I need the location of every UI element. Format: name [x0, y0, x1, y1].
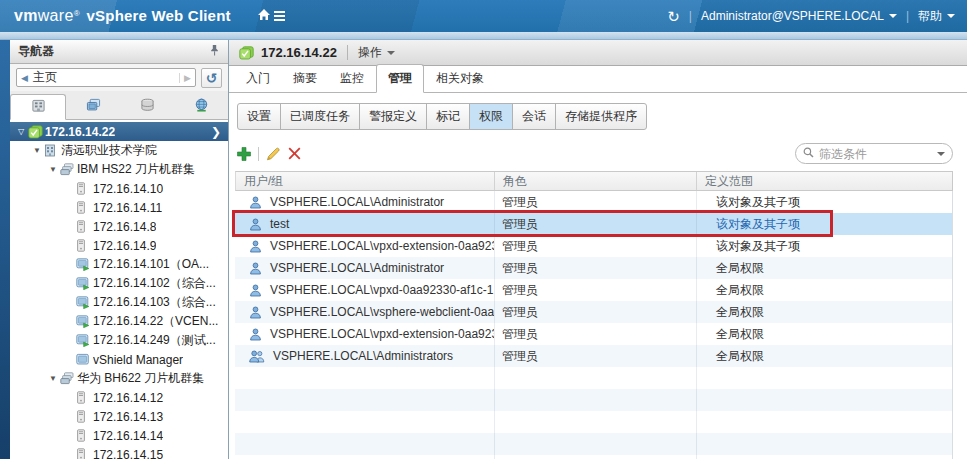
subtab-设置[interactable]: 设置: [237, 103, 281, 130]
host-icon: [76, 220, 93, 233]
column-header[interactable]: 定义范围: [697, 172, 952, 190]
navigator-tab-hosts-clusters[interactable]: [10, 94, 66, 120]
table-row[interactable]: VSPHERE.LOCAL\vpxd-extension-0aa923...管理…: [235, 235, 952, 257]
help-menu[interactable]: 帮助: [918, 8, 955, 25]
navigator-tabs: [10, 91, 228, 120]
pin-icon[interactable]: [209, 44, 220, 59]
header-divider: [0, 32, 967, 40]
vm-running-icon: [76, 334, 93, 347]
scope-value: 全局权限: [696, 326, 952, 343]
table-row[interactable]: VSPHERE.LOCAL\vpxd-0aa92330-af1c-1...管理员…: [235, 279, 952, 301]
tree-item[interactable]: ▼IBM HS22 刀片机群集: [10, 160, 228, 179]
main-content: 172.16.14.22 操作 入门摘要监控管理相关对象 设置已调度任务警报定义…: [229, 40, 967, 459]
filter-searchbox[interactable]: [795, 143, 953, 164]
cluster-icon: [60, 163, 77, 176]
cluster-icon: [60, 372, 77, 385]
tree-item[interactable]: 172.16.14.9: [10, 236, 228, 255]
navigator-tab-vms-templates[interactable]: [66, 94, 120, 119]
expander-icon[interactable]: ▼: [46, 165, 60, 174]
home-icon[interactable]: [257, 8, 271, 24]
tab-入门[interactable]: 入门: [235, 65, 281, 92]
tree-item[interactable]: 172.16.14.15: [10, 445, 228, 459]
tree-item-label: 172.16.14.11: [93, 201, 162, 215]
table-row[interactable]: VSPHERE.LOCAL\Administrator管理员该对象及其子项: [235, 191, 952, 213]
role-value: 管理员: [494, 348, 696, 365]
user-menu[interactable]: Administrator@VSPHERE.LOCAL: [701, 9, 897, 23]
vm-running-icon: [76, 258, 93, 271]
tree-item[interactable]: 172.16.14.103（综合...: [10, 293, 228, 312]
tree-item[interactable]: 172.16.14.11: [10, 198, 228, 217]
navigator-tab-storage[interactable]: [120, 94, 174, 119]
tree-item-label: 172.16.14.101（OA...: [93, 256, 209, 273]
scope-value: 该对象及其子项: [696, 216, 952, 233]
networking-icon: [194, 98, 209, 115]
tab-摘要[interactable]: 摘要: [282, 65, 328, 92]
user-icon: [249, 306, 262, 319]
role-value: 管理员: [494, 260, 696, 277]
add-permission-icon[interactable]: [237, 147, 251, 161]
subtab-警报定义[interactable]: 警报定义: [359, 103, 427, 130]
column-header[interactable]: 角色: [495, 172, 697, 190]
tree-item[interactable]: 172.16.14.101（OA...: [10, 255, 228, 274]
window-edge: [0, 40, 10, 459]
column-header[interactable]: 用户/组: [236, 172, 495, 190]
navigator-tab-networking[interactable]: [174, 94, 228, 119]
table-row[interactable]: VSPHERE.LOCAL\Administrator管理员全局权限: [235, 257, 952, 279]
table-row[interactable]: test管理员该对象及其子项: [235, 213, 952, 235]
tree-item[interactable]: 172.16.14.10: [10, 179, 228, 198]
tab-管理[interactable]: 管理: [376, 64, 424, 93]
role-value: 管理员: [494, 326, 696, 343]
tree-item[interactable]: 172.16.14.8: [10, 217, 228, 236]
subtab-权限[interactable]: 权限: [469, 103, 513, 130]
subtab-标记[interactable]: 标记: [426, 103, 470, 130]
navigator-tree: ▽172.16.14.22❯▼清远职业技术学院▼IBM HS22 刀片机群集17…: [10, 120, 228, 459]
chevron-down-icon: [947, 14, 955, 18]
subtab-已调度任务[interactable]: 已调度任务: [280, 103, 360, 130]
forward-arrow-icon[interactable]: ▶: [179, 73, 191, 83]
vm-running-icon: [76, 296, 93, 309]
actions-menu[interactable]: 操作: [358, 44, 395, 61]
subtab-会话[interactable]: 会话: [512, 103, 556, 130]
table-row[interactable]: VSPHERE.LOCAL\vsphere-webclient-0aa...管理…: [235, 301, 952, 323]
table-row[interactable]: VSPHERE.LOCAL\Administrators管理员全局权限: [235, 345, 952, 367]
back-arrow-icon[interactable]: ◀: [21, 73, 28, 83]
tab-监控[interactable]: 监控: [329, 65, 375, 92]
user-icon: [249, 262, 262, 275]
tree-item[interactable]: 172.16.14.102（综合...: [10, 274, 228, 293]
tree-item[interactable]: vShield Manager: [10, 350, 228, 369]
user-icon: [249, 218, 262, 231]
history-icon[interactable]: ↺: [201, 68, 222, 88]
refresh-icon[interactable]: ↻: [667, 9, 680, 24]
search-icon: [803, 147, 814, 161]
subtab-存储提供程序[interactable]: 存储提供程序: [555, 103, 647, 130]
tree-item[interactable]: 172.16.14.13: [10, 407, 228, 426]
expander-icon[interactable]: ▼: [46, 374, 60, 383]
tree-item[interactable]: ▼华为 BH622 刀片机群集: [10, 369, 228, 388]
datacenter-icon: [44, 144, 61, 157]
vcenter-icon: [239, 46, 254, 60]
delete-permission-icon[interactable]: [288, 147, 301, 160]
filter-input[interactable]: [819, 147, 932, 161]
tree-item[interactable]: 172.16.14.14: [10, 426, 228, 445]
breadcrumb[interactable]: ◀ 主页 ▶: [16, 68, 196, 87]
role-value: 管理员: [494, 238, 696, 255]
app-title: vSphere Web Client: [87, 7, 231, 24]
edit-permission-icon[interactable]: [266, 147, 281, 161]
tree-item-label: 172.16.14.249（测试...: [93, 332, 216, 349]
chevron-right-icon[interactable]: ❯: [211, 125, 221, 139]
tree-item-label: 172.16.14.22（VCEN...: [93, 313, 218, 330]
user-name: VSPHERE.LOCAL\vpxd-extension-0aa923...: [270, 239, 494, 253]
host-icon: [76, 201, 93, 214]
table-row[interactable]: VSPHERE.LOCAL\vpxd-extension-0aa923...管理…: [235, 323, 952, 345]
chevron-down-icon[interactable]: [937, 152, 945, 156]
expander-icon[interactable]: ▼: [30, 146, 44, 155]
tree-item[interactable]: ▼清远职业技术学院: [10, 141, 228, 160]
tree-item-label: 172.16.14.15: [93, 448, 163, 459]
tree-item[interactable]: ▽172.16.14.22❯: [10, 122, 228, 141]
tree-item[interactable]: 172.16.14.12: [10, 388, 228, 407]
expander-icon[interactable]: ▽: [14, 127, 28, 136]
tree-item[interactable]: 172.16.14.249（测试...: [10, 331, 228, 350]
tree-item[interactable]: 172.16.14.22（VCEN...: [10, 312, 228, 331]
tab-相关对象[interactable]: 相关对象: [425, 65, 495, 92]
menu-icon[interactable]: [274, 9, 285, 23]
